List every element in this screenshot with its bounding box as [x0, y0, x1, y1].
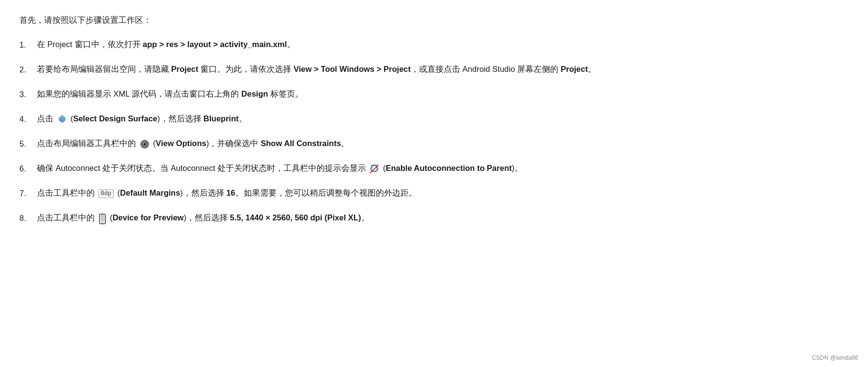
view-options-icon [139, 139, 150, 150]
step-4-number: 4. [19, 112, 37, 126]
step-8-bold: Device for Preview [113, 213, 184, 222]
svg-point-10 [102, 222, 103, 223]
step-2: 2. 若要给布局编辑器留出空间，请隐藏 Project 窗口。为此，请依次选择 … [19, 62, 796, 76]
svg-rect-9 [100, 215, 104, 222]
step-7-number: 7. [19, 186, 37, 200]
step-1-content: 在 Project 窗口中，依次打开 app > res > layout > … [37, 37, 796, 51]
svg-point-6 [143, 143, 144, 144]
device-icon [99, 214, 106, 223]
step-5-bold: View Options [156, 139, 206, 148]
step-8-number: 8. [19, 211, 37, 225]
step-7-bold: Default Margins [120, 188, 180, 197]
step-5-bold-constraints: Show All Constraints [261, 139, 341, 148]
step-1-number: 1. [19, 37, 37, 51]
margin-icon: 0dp [99, 189, 114, 199]
autoconnect-icon [369, 164, 380, 174]
step-4-bold-blueprint: Blueprint [203, 114, 238, 123]
step-6-number: 6. [19, 161, 37, 175]
step-3: 3. 如果您的编辑器显示 XML 源代码，请点击窗口右上角的 Design 标签… [19, 87, 796, 101]
step-4: 4. 点击 (Select Design Surface)，然后选择 Bluep… [19, 112, 796, 126]
step-5-number: 5. [19, 136, 37, 150]
step-7-bold-16: 16 [226, 188, 235, 197]
step-1-bold: app > res > layout > activity_main.xml [143, 40, 287, 49]
step-2-bold-project: Project [171, 65, 199, 73]
step-6-content: 确保 Autoconnect 处于关闭状态。当 Autoconnect 处于关闭… [37, 161, 796, 175]
step-5-content: 点击布局编辑器工具栏中的 (View Options)，并确保选中 Show A… [37, 136, 796, 150]
step-6: 6. 确保 Autoconnect 处于关闭状态。当 Autoconnect 处… [19, 161, 796, 175]
select-surface-icon [57, 114, 67, 125]
csdn-footer: CSDN @senda66 [812, 354, 858, 361]
step-3-content: 如果您的编辑器显示 XML 源代码，请点击窗口右上角的 Design 标签页。 [37, 87, 796, 100]
step-8-content: 点击工具栏中的 (Device for Preview)，然后选择 5.5, 1… [37, 211, 796, 224]
step-6-bold: Enable Autoconnection to Parent [385, 164, 512, 172]
step-4-content: 点击 (Select Design Surface)，然后选择 Blueprin… [37, 112, 796, 125]
step-2-number: 2. [19, 62, 37, 76]
step-2-bold-path: View > Tool Windows > Project [294, 65, 411, 73]
step-4-bold: Select Design Surface [73, 114, 157, 123]
step-5: 5. 点击布局编辑器工具栏中的 (View Options)，并确保选中 Sho… [19, 136, 796, 150]
step-8: 8. 点击工具栏中的 (Device for Preview)，然后选择 5.5… [19, 211, 796, 225]
step-7: 7. 点击工具栏中的 0dp (Default Margins)，然后选择 16… [19, 186, 796, 200]
content-area: 首先，请按照以下步骤设置工作区： 1. 在 Project 窗口中，依次打开 a… [19, 15, 796, 225]
step-3-number: 3. [19, 87, 37, 101]
steps-list: 1. 在 Project 窗口中，依次打开 app > res > layout… [19, 37, 796, 225]
step-2-bold-project2: Project [561, 65, 588, 73]
step-2-content: 若要给布局编辑器留出空间，请隐藏 Project 窗口。为此，请依次选择 Vie… [37, 62, 796, 76]
step-3-bold-design: Design [241, 89, 268, 98]
step-8-bold-device: 5.5, 1440 × 2560, 560 dpi (Pixel XL) [230, 213, 361, 222]
step-7-content: 点击工具栏中的 0dp (Default Margins)，然后选择 16。如果… [37, 186, 796, 200]
step-1: 1. 在 Project 窗口中，依次打开 app > res > layout… [19, 37, 796, 51]
intro-text: 首先，请按照以下步骤设置工作区： [19, 15, 796, 26]
